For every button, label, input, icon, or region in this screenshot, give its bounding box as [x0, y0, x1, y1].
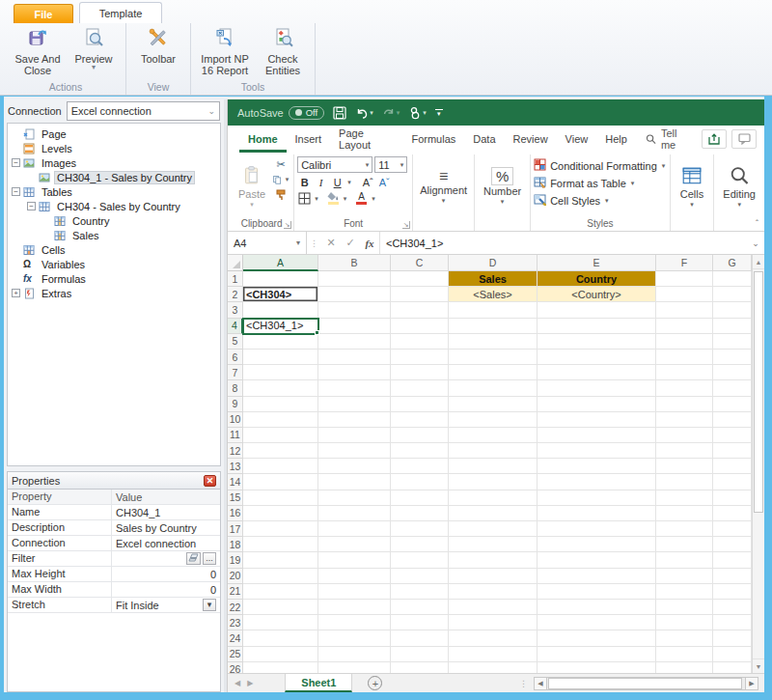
cell-B14[interactable] [318, 474, 391, 490]
cell-F11[interactable] [656, 428, 713, 443]
cell-A16[interactable] [243, 506, 318, 521]
row-header-10[interactable]: 10 [228, 412, 243, 428]
cell-F21[interactable] [656, 584, 713, 600]
cell-D19[interactable] [449, 552, 538, 568]
horizontal-scrollbar-thumb[interactable] [548, 678, 742, 689]
cell-E15[interactable] [538, 490, 656, 506]
dialog-launcher-icon[interactable]: ↘ [284, 221, 291, 229]
cell-E14[interactable] [538, 474, 656, 490]
cell-E1[interactable]: Country [538, 271, 656, 287]
row-header-20[interactable]: 20 [228, 569, 243, 584]
cell-E6[interactable] [538, 350, 656, 365]
font-size-select[interactable]: 11▾ [374, 156, 407, 173]
cell-A7[interactable] [243, 365, 318, 380]
paste-button[interactable]: Paste ▾ [233, 155, 271, 217]
connection-select[interactable]: Excel connection ⌄ [67, 101, 220, 121]
cell-A15[interactable] [243, 490, 318, 506]
editing-button[interactable]: Editing ▾ [717, 155, 761, 217]
cell-A3[interactable] [243, 302, 318, 318]
cell-A9[interactable] [243, 397, 318, 412]
cell-B7[interactable] [318, 365, 391, 380]
tree-item-images[interactable]: −Images [8, 155, 220, 170]
cell-B13[interactable] [318, 459, 391, 474]
share-button[interactable] [702, 129, 727, 149]
chevron-down-icon[interactable]: ▾ [203, 599, 216, 611]
row-header-17[interactable]: 17 [228, 521, 243, 537]
row-header-15[interactable]: 15 [228, 490, 243, 506]
cell-A4[interactable]: <CH304_1> [243, 319, 318, 334]
format-as-table-button[interactable]: Format as Table▾ [534, 175, 667, 191]
excel-tab-review[interactable]: Review [505, 126, 557, 153]
col-header-F[interactable]: F [656, 255, 713, 271]
tab-template[interactable]: Template [79, 2, 162, 23]
excel-tab-data[interactable]: Data [464, 126, 504, 153]
cell-F7[interactable] [656, 365, 713, 380]
cell-B5[interactable] [318, 334, 391, 350]
cell-G13[interactable] [713, 459, 752, 474]
cell-D22[interactable] [449, 600, 538, 615]
row-header-12[interactable]: 12 [228, 443, 243, 459]
cell-C20[interactable] [391, 569, 449, 584]
cell-E16[interactable] [538, 506, 656, 521]
cell-D16[interactable] [449, 506, 538, 521]
cell-C6[interactable] [391, 350, 449, 365]
cell-A10[interactable] [243, 412, 318, 428]
cell-G2[interactable] [713, 287, 752, 302]
cell-B17[interactable] [318, 521, 391, 537]
cell-G12[interactable] [713, 443, 752, 459]
tree-item-variables[interactable]: ΩVariables [8, 257, 220, 271]
cell-G24[interactable] [713, 630, 752, 646]
cell-G1[interactable] [713, 271, 752, 287]
cell-D8[interactable] [449, 380, 538, 396]
ellipsis-button[interactable]: ... [203, 552, 216, 565]
cell-E13[interactable] [538, 459, 656, 474]
cell-B25[interactable] [318, 647, 391, 662]
cell-B22[interactable] [318, 600, 391, 615]
row-header-14[interactable]: 14 [228, 474, 243, 490]
cell-F4[interactable] [656, 319, 713, 334]
insert-function-icon[interactable]: fx [360, 238, 379, 249]
next-sheet-icon[interactable]: ▶ [247, 679, 260, 687]
cell-E25[interactable] [538, 647, 656, 662]
cell-D24[interactable] [449, 630, 538, 646]
tell-me-search[interactable]: Tell me [636, 127, 702, 151]
cell-B1[interactable] [318, 271, 391, 287]
cell-A13[interactable] [243, 459, 318, 474]
cell-B24[interactable] [318, 630, 391, 646]
cell-C2[interactable] [391, 287, 449, 302]
cell-A22[interactable] [243, 600, 318, 615]
cell-F20[interactable] [656, 569, 713, 584]
cell-D2[interactable]: <Sales> [449, 287, 538, 302]
property-value-connection[interactable]: Excel connection [112, 536, 220, 550]
cell-C15[interactable] [391, 490, 449, 506]
excel-tab-page-layout[interactable]: Page Layout [330, 126, 402, 153]
cell-A24[interactable] [243, 630, 318, 646]
cell-C22[interactable] [391, 600, 449, 615]
expander-minus-icon[interactable]: − [12, 187, 20, 196]
cell-D26[interactable] [449, 662, 538, 673]
scroll-right-icon[interactable]: ▶ [745, 677, 758, 690]
cell-G10[interactable] [713, 412, 752, 428]
preview-dropdown-icon[interactable]: ▾ [92, 65, 96, 70]
cell-A2[interactable]: <CH304> [243, 287, 318, 302]
scroll-up-icon[interactable]: ▲ [753, 255, 764, 269]
cell-B9[interactable] [318, 397, 391, 412]
property-value-filter[interactable]: ... [112, 551, 220, 566]
cell-E19[interactable] [538, 552, 656, 568]
preview-button[interactable]: Preview ▾ [66, 25, 122, 70]
cell-B4[interactable] [318, 319, 391, 334]
cell-D15[interactable] [449, 490, 538, 506]
cell-A6[interactable] [243, 350, 318, 365]
cell-C1[interactable] [391, 271, 449, 287]
cell-E8[interactable] [538, 380, 656, 396]
cell-D18[interactable] [449, 537, 538, 552]
cell-F2[interactable] [656, 287, 713, 302]
cell-B19[interactable] [318, 552, 391, 568]
cell-C13[interactable] [391, 459, 449, 474]
cell-G22[interactable] [713, 600, 752, 615]
cell-G6[interactable] [713, 350, 752, 365]
cell-A18[interactable] [243, 537, 318, 552]
cell-F1[interactable] [656, 271, 713, 287]
alignment-button[interactable]: ≡ Alignment ▾ [416, 155, 471, 217]
property-value-max-width[interactable]: 0 [112, 582, 220, 597]
